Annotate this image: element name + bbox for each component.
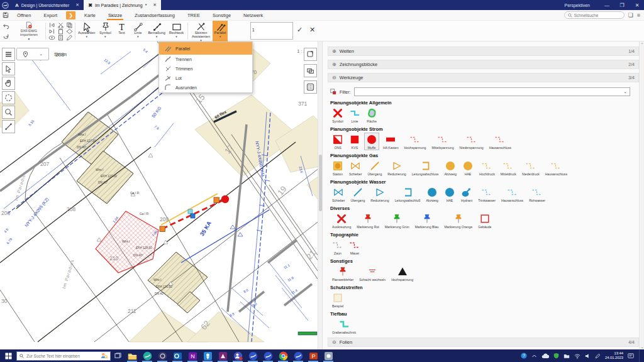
palette-tool-hochspannung[interactable]: Hochspannung [389,265,415,282]
cancel-icon[interactable]: ✕ [309,26,315,34]
draw-icon[interactable] [65,35,74,41]
map-frame-button[interactable] [304,48,317,61]
palette-tool-linie[interactable]: Linie [347,106,362,124]
taskbar-app-outlook[interactable] [170,349,185,362]
explorer-tray-icon[interactable] [564,353,570,359]
palette-tool-schacht-wechseln[interactable]: Schacht wechseln [357,265,387,282]
section-folien[interactable]: ⊖ Folien 4/4 [328,337,639,347]
menu-tab-skizze[interactable]: Skizze [102,10,128,20]
tray-expand-icon[interactable] [531,353,537,359]
menu-tab-karte[interactable]: Karte [78,10,102,20]
taskbar-app-teams[interactable] [230,349,245,362]
palette-tool-symbol[interactable]: Symbol [330,106,345,124]
map-zoom-button[interactable] [2,106,15,119]
palette-tool-zaun[interactable]: Zaun [330,238,345,256]
menu-tab-öffnen[interactable]: Öffnen [11,10,37,20]
close-button[interactable]: ✕ [630,0,644,10]
expand-icon[interactable]: ⊕ [332,48,336,54]
palette-tool-leitungsabschluß[interactable]: Leitungsabschluß [393,185,423,203]
taskbar-app-blue-swirl[interactable] [291,349,306,362]
security-icon[interactable] [553,353,559,359]
map-grid-dots-button[interactable] [304,80,317,94]
show-desktop-button[interactable] [639,349,641,362]
expand-icon[interactable]: ⊕ [332,62,336,67]
palette-tool-auskreuzung[interactable]: Auskreuzung [330,212,353,229]
paste-icon[interactable] [57,28,65,35]
panel-scrollbar[interactable]: ⌃ ⌄ [639,41,644,349]
quick-search[interactable] [564,11,625,19]
palette-tool-hae[interactable]: HAE [460,159,475,177]
palette-tool-schieber[interactable]: Schieber [330,185,347,203]
palette-tool-hausanschluss[interactable]: Hausanschluss [487,133,513,150]
palette-tool-hausanschluss[interactable]: Hausanschluss [543,159,569,177]
palette-tool-ha-kasten[interactable]: HA Kasten [381,133,401,150]
clock[interactable]: 13:44 24.01.2023 [605,351,623,360]
tool-linie[interactable]: Linie▾ [130,21,145,41]
visibility-icon[interactable] [48,35,56,41]
palette-tool-planwerkfehler[interactable]: Planwerkfehler [330,265,355,282]
taskbar-app-blue-swirl[interactable] [245,349,260,362]
palette-tool-mitteldruck[interactable]: Mitteldruck [499,159,518,177]
close-tab-icon[interactable]: ✕ [75,3,79,8]
palette-tool-hausanschluss[interactable]: Hausanschluss [499,185,525,203]
map-pan-button[interactable] [2,77,15,90]
palette-tool-abzweig[interactable]: Abzweig [442,159,458,177]
palette-tool-markierung-rot[interactable]: Markierung Rot [355,212,380,229]
tool-symbol[interactable]: Symbol▾ [97,21,113,41]
close-tab-icon[interactable]: ✕ [153,3,157,8]
taskbar-app-teal-swirl[interactable] [140,349,155,362]
save-icon[interactable] [0,12,11,18]
section-werkzeuge[interactable]: ⊖ Werkzeuge 3/4 [328,73,639,82]
map-mode-selector[interactable]: ⌄ [16,48,49,60]
taskbar-app-powerpoint[interactable]: P [306,349,321,362]
tool-bemaßung[interactable]: Bemaßung▾ [147,21,166,41]
volume-icon[interactable] [585,353,591,359]
palette-tool-fläche[interactable]: Fläche [364,106,379,124]
taskbar-app-onenote[interactable]: N [185,349,200,362]
help-icon[interactable]: ? [521,353,527,359]
palette-tool-niederdruck[interactable]: Niederdruck [520,159,541,177]
menu-item-trimmen[interactable]: Trimmen [159,64,252,74]
tool-parallel[interactable]: Parallel▾ [213,21,228,41]
palette-tool-gebäude[interactable]: Gebäude [476,212,493,229]
taskbar-search-input[interactable] [26,354,97,358]
sheet-icon[interactable] [57,35,65,41]
pen-icon[interactable] [595,353,601,359]
section-zeichnungsbloecke[interactable]: ⊕ Zeichnungsblöcke 2/4 [328,60,639,69]
menu-item-lot[interactable]: Lot [159,74,252,83]
menu-item-trennen[interactable]: Trennen [159,55,252,64]
undo-button[interactable] [1,22,10,30]
palette-tool-muffe[interactable]: Muffe [364,133,379,150]
taskbar-app-dark-circle[interactable] [155,349,170,362]
palette-tool-hae[interactable]: HAE [442,185,457,203]
taskbar-app-gray-app[interactable] [321,349,336,362]
palette-tool-übergang[interactable]: Übergang [348,185,367,203]
taskbar-app-explorer[interactable] [125,349,140,362]
section-welten[interactable]: ⊕ Welten 1/4 [328,47,639,56]
palette-tool-kvs[interactable]: KVS [347,133,362,150]
palette-tool-markierung-orange[interactable]: Markierung Orange [442,212,474,229]
network-icon[interactable] [574,353,580,359]
palette-tool-trinkwasser[interactable]: Trinkwasser [476,185,497,203]
palette-tool-markierung-grün[interactable]: Markierung Grün [383,212,411,229]
tool-rechteck[interactable]: Rechteck▾ [168,21,185,41]
palette-tool-schieber[interactable]: Schieber [347,159,364,177]
palette-tool-ons[interactable]: ONS [330,133,345,150]
snap-right-icon[interactable] [48,28,56,35]
parallel-distance-field[interactable] [250,22,293,40]
palette-tool-hochspannung[interactable]: Hochspannung [402,133,428,150]
map-lasso-button[interactable] [2,91,15,104]
palette-tool-mittelspannung[interactable]: Mittelspannung [430,133,455,150]
scroll-up-icon[interactable]: ⌃ [640,42,644,47]
menu-item-ausrunden[interactable]: Ausrunden [159,83,252,92]
quick-search-input[interactable] [574,13,618,18]
menu-tab-export[interactable]: Export [37,10,64,20]
perspectives-menu[interactable]: Perspektiven [565,3,590,8]
collapse-icon[interactable]: ⊖ [332,339,336,345]
collapse-icon[interactable]: ⊖ [332,75,336,80]
tool-text[interactable]: TText [114,21,129,41]
menu-tab-netzwerk[interactable]: Netzwerk [237,10,269,20]
map-layers-button[interactable] [304,64,317,77]
map-measure-button[interactable] [2,120,15,133]
snap-left-icon[interactable] [48,22,56,28]
